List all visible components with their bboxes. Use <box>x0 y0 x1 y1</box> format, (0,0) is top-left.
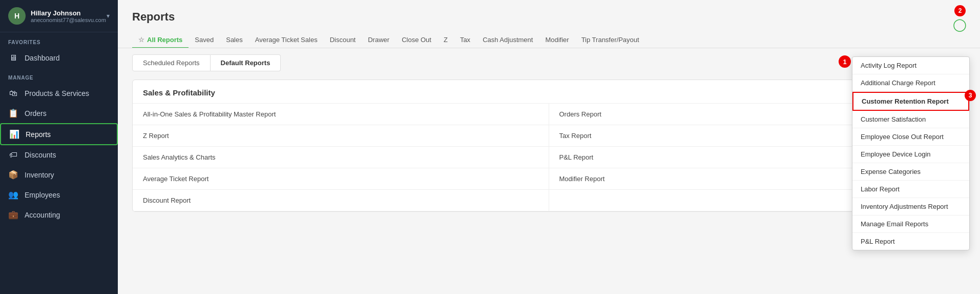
sidebar-item-label-discounts: Discounts <box>25 151 56 159</box>
sidebar-item-employees[interactable]: 👥 Employees <box>0 185 118 205</box>
sidebar-item-label-products: Products & Services <box>25 89 89 97</box>
sub-tab-default-reports[interactable]: Default Reports <box>211 54 281 71</box>
employees-icon: 👥 <box>8 190 18 200</box>
dropdown-menu[interactable]: Activity Log Report Additional Charge Re… <box>852 56 970 250</box>
tab-label-saved: Saved <box>195 36 214 44</box>
products-icon: 🛍 <box>8 89 18 98</box>
chevron-down-icon[interactable]: ▾ <box>107 12 110 19</box>
tab-discount[interactable]: Discount <box>324 32 362 48</box>
tab-all-reports[interactable]: ☆ All Reports <box>132 32 189 48</box>
sidebar-header: H Hillary Johnson aneconomist77@salesvu.… <box>0 0 118 32</box>
tab-saved[interactable]: Saved <box>189 32 220 48</box>
page-title: Reports <box>132 10 966 24</box>
user-email: aneconomist77@salesvu.com <box>31 17 106 23</box>
report-item-z[interactable]: Z Report <box>133 125 549 147</box>
tab-z[interactable]: Z <box>437 32 454 48</box>
sidebar-item-dashboard[interactable]: 🖥 Dashboard <box>0 48 118 68</box>
accounting-icon: 💼 <box>8 210 18 220</box>
reports-icon: 📊 <box>9 129 19 139</box>
tab-drawer[interactable]: Drawer <box>362 32 395 48</box>
badge-1: 1 <box>839 55 851 68</box>
dropdown-item-labor-report[interactable]: Labor Report <box>852 181 969 198</box>
tab-tip-transfer[interactable]: Tip Transfer/Payout <box>575 32 645 48</box>
avatar: H <box>8 7 26 25</box>
tab-label-sales: Sales <box>226 36 243 44</box>
dropdown-item-activity-log[interactable]: Activity Log Report <box>852 57 969 74</box>
section-title-sales-profitability: Sales & Profitability <box>133 80 965 103</box>
manage-label: MANAGE <box>0 68 118 84</box>
tab-tax[interactable]: Tax <box>454 32 476 48</box>
tab-label-modifier: Modifier <box>545 36 569 44</box>
dropdown-item-customer-retention[interactable]: Customer Retention Report <box>852 92 969 111</box>
circle-check-icon[interactable]: ◯ <box>953 18 967 31</box>
tab-avg-ticket-sales[interactable]: Average Ticket Sales <box>249 32 324 48</box>
dropdown-item-inventory-adjustments[interactable]: Inventory Adjustments Report <box>852 198 969 215</box>
tab-label-tax: Tax <box>460 36 470 44</box>
dropdown-item-customer-satisfaction[interactable]: Customer Satisfaction <box>852 111 969 128</box>
report-item-avg-ticket[interactable]: Average Ticket Report <box>133 168 549 190</box>
tab-label-all-reports: All Reports <box>147 36 182 44</box>
sidebar-item-orders[interactable]: 📋 Orders <box>0 103 118 123</box>
tab-label-tip-transfer: Tip Transfer/Payout <box>581 36 639 44</box>
inventory-icon: 📦 <box>8 170 18 180</box>
sub-tab-scheduled-reports[interactable]: Scheduled Reports <box>132 54 211 71</box>
sidebar-item-label-inventory: Inventory <box>25 171 54 179</box>
sidebar-item-reports[interactable]: 📊 Reports <box>0 123 118 145</box>
report-grid: All-in-One Sales & Profitability Master … <box>133 103 965 211</box>
dropdown-item-expense-categories[interactable]: Expense Categories <box>852 163 969 181</box>
discounts-icon: 🏷 <box>8 150 18 160</box>
sidebar-item-label-dashboard: Dashboard <box>25 54 60 62</box>
sidebar-item-products-services[interactable]: 🛍 Products & Services <box>0 84 118 103</box>
tab-label-avg-ticket: Average Ticket Sales <box>255 36 318 44</box>
user-profile-section[interactable]: H Hillary Johnson aneconomist77@salesvu.… <box>8 7 106 25</box>
content-area: Sales & Profitability All-in-One Sales &… <box>118 71 980 294</box>
sidebar-item-accounting[interactable]: 💼 Accounting <box>0 205 118 225</box>
favorites-label: FAVORITES <box>0 32 118 48</box>
dropdown-item-manage-email-reports[interactable]: Manage Email Reports <box>852 215 969 233</box>
dropdown-item-employee-close-out[interactable]: Employee Close Out Report <box>852 128 969 146</box>
sales-profitability-section: Sales & Profitability All-in-One Sales &… <box>132 80 966 212</box>
sidebar-item-label-accounting: Accounting <box>25 211 60 219</box>
sidebar-item-label-orders: Orders <box>25 109 47 117</box>
arrow-down-icon[interactable]: ↓ <box>956 3 964 17</box>
tabs-bar: ☆ All Reports Saved Sales Average Ticket… <box>118 32 980 48</box>
dashboard-icon: 🖥 <box>8 53 18 63</box>
star-icon: ☆ <box>138 36 144 44</box>
tab-label-z: Z <box>444 36 448 44</box>
tab-label-discount: Discount <box>330 36 356 44</box>
tab-close-out[interactable]: Close Out <box>395 32 437 48</box>
tab-modifier[interactable]: Modifier <box>539 32 575 48</box>
tab-label-cash-adj: Cash Adjustment <box>483 36 533 44</box>
report-item-aio[interactable]: All-in-One Sales & Profitability Master … <box>133 104 549 125</box>
sub-tab-label-default: Default Reports <box>221 59 270 67</box>
main-content: ↓ ◯ Reports ☆ All Reports Saved Sales Av… <box>118 0 980 294</box>
orders-icon: 📋 <box>8 108 18 118</box>
sidebar-item-label-reports: Reports <box>26 130 51 139</box>
sidebar-item-inventory[interactable]: 📦 Inventory <box>0 165 118 185</box>
tab-sales[interactable]: Sales <box>220 32 249 48</box>
top-right-actions: ↓ ◯ <box>953 3 967 31</box>
user-info: Hillary Johnson aneconomist77@salesvu.co… <box>31 9 106 23</box>
report-item-sales-analytics[interactable]: Sales Analytics & Charts <box>133 147 549 168</box>
sidebar: H Hillary Johnson aneconomist77@salesvu.… <box>0 0 118 294</box>
sidebar-item-label-employees: Employees <box>25 191 60 199</box>
dropdown-item-pl-report[interactable]: P&L Report <box>852 233 969 250</box>
report-item-discount[interactable]: Discount Report <box>133 190 549 211</box>
tab-label-close-out: Close Out <box>402 36 431 44</box>
sidebar-item-discounts[interactable]: 🏷 Discounts <box>0 145 118 165</box>
tab-cash-adjustment[interactable]: Cash Adjustment <box>476 32 539 48</box>
user-name: Hillary Johnson <box>31 9 106 17</box>
page-header: Reports <box>118 0 980 32</box>
dropdown-item-employee-device-login[interactable]: Employee Device Login <box>852 146 969 163</box>
tab-label-drawer: Drawer <box>368 36 389 44</box>
dropdown-item-additional-charge[interactable]: Additional Charge Report <box>852 74 969 92</box>
sub-tab-label-scheduled: Scheduled Reports <box>143 59 200 67</box>
